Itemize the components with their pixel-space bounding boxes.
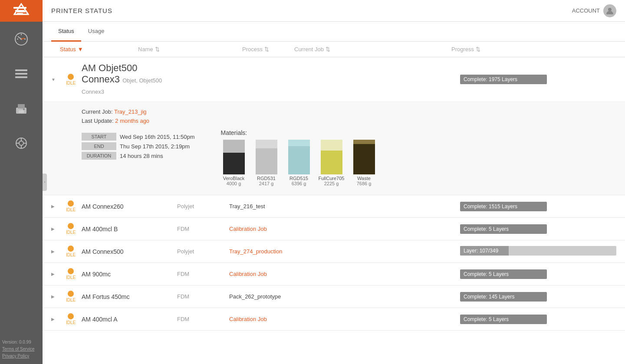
status-badge: IDLE: [60, 74, 82, 85]
status-label: IDLE: [66, 298, 76, 302]
progress-complete: Complete: 145 Layers: [460, 292, 547, 302]
status-sort-icon: ▼: [78, 46, 83, 52]
page-title: PRINTER STATUS: [51, 7, 112, 14]
row-expand-button[interactable]: ▶: [51, 226, 60, 231]
printer-row-main[interactable]: ▶ IDLE AM Fortus 450mc FDM Pack_262_prot…: [43, 285, 625, 308]
progress-bar: Complete: 5 Layers: [460, 315, 616, 324]
row-expand-button[interactable]: ▶: [51, 249, 60, 254]
expanded-last-update: 2 months ago: [115, 118, 149, 124]
sidebar-item-printer[interactable]: [0, 91, 43, 126]
printer-row-main[interactable]: ▶ IDLE AM 900mc FDM Calibration Job Comp…: [43, 263, 625, 285]
printer-row-main[interactable]: ▶ IDLE AM Connex260 Polyjet Tray_216_tes…: [43, 195, 625, 217]
end-value: Thu Sep 17th 2015, 2:19pm: [120, 143, 190, 150]
col-header-progress[interactable]: Progress ⇅: [451, 46, 616, 52]
duration-value: 14 hours 28 mins: [120, 153, 163, 159]
sidebar-collapse[interactable]: ›: [43, 174, 47, 191]
sidebar-item-list[interactable]: [0, 56, 43, 91]
progress-header-label: Progress: [451, 46, 474, 52]
col-header-process[interactable]: Process ⇅: [242, 46, 294, 52]
sidebar-item-spool[interactable]: [0, 126, 43, 161]
table-row: ▶ IDLE AM 900mc FDM Calibration Job Comp…: [43, 263, 625, 285]
progress-bar: Complete: 145 Layers: [460, 292, 616, 302]
printer-job: Calibration Job: [229, 271, 460, 277]
row-expand-button[interactable]: ▶: [51, 317, 60, 321]
progress-sort-icon: ⇅: [476, 46, 480, 52]
material-item: Waste 7686 g: [351, 140, 377, 186]
time-table: START Wed Sep 16th 2015, 11:50pm END Thu…: [82, 133, 195, 160]
expanded-job-name: Tray_213_jig: [114, 108, 147, 115]
printer-row-main[interactable]: ▶ IDLE AM 400mcl A FDM Calibration Job C…: [43, 308, 625, 330]
svg-line-5: [21, 38, 25, 39]
material-amount: 6396 g: [292, 181, 306, 186]
status-label: IDLE: [66, 230, 76, 235]
expanded-materials-section: Materials: VeroBlack 4000 g: [221, 129, 377, 186]
progress-complete: Complete: 1975 Layers: [460, 75, 547, 84]
printer-name: AM 400mcl B: [82, 226, 177, 233]
status-dot: [68, 268, 74, 274]
version-label: Version: 0.0.99: [2, 339, 34, 346]
status-badge: IDLE: [60, 291, 82, 302]
material-bar-fullcure: [321, 140, 342, 174]
row-expand-button[interactable]: ▼: [51, 77, 60, 82]
svg-rect-13: [18, 104, 25, 108]
printer-process: FDM: [177, 271, 229, 277]
name-header-label: Name: [138, 46, 153, 52]
svg-marker-0: [14, 4, 28, 14]
progress-fill: Layer: 107/349: [460, 246, 509, 256]
printer-table: Status ▼ Name ⇅ Process ⇅ Current Job ⇅ …: [43, 42, 625, 364]
table-row: ▶ IDLE AM Connex260 Polyjet Tray_216_tes…: [43, 195, 625, 218]
status-badge: IDLE: [60, 268, 82, 280]
row-expand-button[interactable]: ▶: [51, 272, 60, 276]
progress-complete: Complete: 5 Layers: [460, 315, 547, 324]
material-name: FullCure705: [319, 176, 345, 181]
material-name: RGD531: [257, 176, 276, 181]
table-headers: Status ▼ Name ⇅ Process ⇅ Current Job ⇅ …: [43, 42, 625, 57]
row-expand-button[interactable]: ▶: [51, 294, 60, 299]
app-logo[interactable]: [0, 0, 43, 22]
printer-job: Calibration Job: [229, 316, 460, 322]
status-dot: [68, 200, 74, 207]
progress-complete: Complete: 5 Layers: [460, 269, 547, 279]
account-button[interactable]: ACCOUNT: [572, 4, 616, 17]
tab-usage[interactable]: Usage: [81, 22, 112, 42]
table-row: ▶ IDLE AM 400mcl B FDM Calibration Job C…: [43, 218, 625, 240]
printer-process: Polyjet: [177, 248, 229, 255]
svg-point-22: [608, 8, 612, 11]
printer-name: AM Objet500 Connex3 Objet, Objet500 Conn…: [82, 62, 177, 96]
terms-link[interactable]: Terms of Service: [2, 346, 34, 353]
printer-name: AM 400mcl A: [82, 316, 177, 323]
start-label: START: [82, 133, 116, 141]
material-item: RGD531 2417 g: [253, 140, 280, 186]
header: PRINTER STATUS ACCOUNT: [43, 0, 625, 22]
printer-row-main[interactable]: ▶ IDLE AM 400mcl B FDM Calibration Job C…: [43, 218, 625, 240]
material-name: RGD515: [289, 176, 308, 181]
process-sort-icon: ⇅: [264, 46, 269, 52]
material-item: FullCure705 2225 g: [319, 140, 345, 186]
printer-job: Calibration Job: [229, 226, 460, 232]
status-label: IDLE: [66, 320, 76, 325]
progress-bar: Complete: 5 Layers: [460, 269, 616, 279]
sidebar-item-dashboard[interactable]: [0, 22, 43, 56]
progress-bar: Layer: 107/349: [460, 246, 616, 257]
row-expand-button[interactable]: ▶: [51, 204, 60, 209]
expanded-time-section: START Wed Sep 16th 2015, 11:50pm END Thu…: [82, 129, 195, 186]
materials-header: Materials:: [221, 129, 377, 136]
status-label: IDLE: [66, 81, 76, 85]
printer-row-main[interactable]: ▼ IDLE AM Objet500 Connex3 Objet, Objet5…: [43, 57, 625, 102]
printer-name: AM Connex500: [82, 248, 177, 255]
start-value: Wed Sep 16th 2015, 11:50pm: [120, 134, 195, 140]
printer-process: FDM: [177, 316, 229, 322]
privacy-link[interactable]: Privacy Policy: [2, 353, 34, 360]
printer-row-main[interactable]: ▶ IDLE AM Connex500 Polyjet Tray_274_pro…: [43, 240, 625, 262]
status-dot: [68, 246, 74, 252]
svg-rect-10: [15, 73, 27, 75]
printer-process: FDM: [177, 226, 229, 232]
tab-status[interactable]: Status: [51, 22, 81, 42]
printer-process: FDM: [177, 293, 229, 300]
printer-name: AM 900mc: [82, 271, 177, 278]
col-header-job[interactable]: Current Job ⇅: [294, 46, 451, 52]
col-header-status[interactable]: Status ▼: [60, 46, 138, 52]
col-header-name[interactable]: Name ⇅: [138, 46, 242, 52]
svg-point-15: [23, 108, 25, 110]
printer-job: Pack_262_prototype: [229, 293, 460, 300]
